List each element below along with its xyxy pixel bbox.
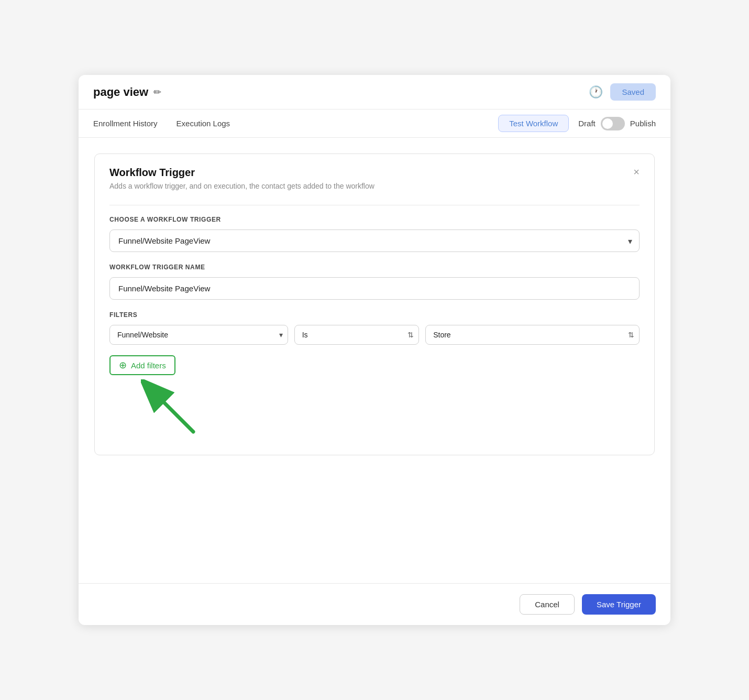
main-container: page view ✏ 🕐 Saved Enrollment History E… <box>79 75 670 625</box>
filter1-select[interactable]: Funnel/Website <box>109 325 288 345</box>
filters-label: FILTERS <box>109 311 640 319</box>
divider-1 <box>109 205 640 205</box>
svg-line-1 <box>151 390 193 432</box>
save-trigger-button[interactable]: Save Trigger <box>582 594 656 615</box>
add-filters-label: Add filters <box>131 361 166 370</box>
trigger-name-input[interactable] <box>109 277 640 300</box>
draft-label: Draft <box>578 119 596 128</box>
filter3-select[interactable]: Store <box>425 325 640 345</box>
filter3-wrapper: Store ⇅ <box>425 325 640 345</box>
draft-publish-group: Draft Publish <box>578 117 656 130</box>
content-area: Workflow Trigger × Adds a workflow trigg… <box>79 138 670 583</box>
draft-publish-toggle[interactable] <box>601 117 625 130</box>
history-icon[interactable]: 🕐 <box>589 85 603 99</box>
panel-header: Workflow Trigger × <box>109 167 640 179</box>
plus-icon: ⊕ <box>119 360 127 370</box>
nav-right: Test Workflow Draft Publish <box>498 115 656 132</box>
edit-icon[interactable]: ✏ <box>153 86 161 98</box>
page-title: page view <box>93 85 148 99</box>
trigger-select-wrapper: Funnel/Website PageView ▾ <box>109 229 640 252</box>
saved-button[interactable]: Saved <box>610 83 656 101</box>
nav-bar: Enrollment History Execution Logs Test W… <box>79 110 670 138</box>
filters-row: Funnel/Website ▾ Is ⇅ Store ⇅ <box>109 325 640 345</box>
header-left: page view ✏ <box>93 85 161 99</box>
workflow-trigger-panel: Workflow Trigger × Adds a workflow trigg… <box>94 154 655 455</box>
close-icon[interactable]: × <box>633 167 640 177</box>
filter2-select[interactable]: Is <box>294 325 419 345</box>
nav-left: Enrollment History Execution Logs <box>93 116 230 131</box>
filter2-wrapper: Is ⇅ <box>294 325 419 345</box>
publish-label: Publish <box>630 119 656 128</box>
green-arrow <box>141 379 204 439</box>
trigger-name-label: WORKFLOW TRIGGER NAME <box>109 264 640 271</box>
choose-trigger-label: CHOOSE A WORKFLOW TRIGGER <box>109 216 640 223</box>
header-right: 🕐 Saved <box>589 83 656 101</box>
arrow-annotation <box>109 379 640 442</box>
filter1-wrapper: Funnel/Website ▾ <box>109 325 288 345</box>
execution-logs-link[interactable]: Execution Logs <box>177 116 230 131</box>
top-header: page view ✏ 🕐 Saved <box>79 75 670 110</box>
trigger-select[interactable]: Funnel/Website PageView <box>109 229 640 252</box>
panel-title: Workflow Trigger <box>109 167 195 179</box>
enrollment-history-link[interactable]: Enrollment History <box>93 116 158 131</box>
cancel-button[interactable]: Cancel <box>520 594 575 615</box>
panel-subtitle: Adds a workflow trigger, and on executio… <box>109 182 640 190</box>
footer: Cancel Save Trigger <box>79 583 670 625</box>
add-filters-button[interactable]: ⊕ Add filters <box>109 355 175 375</box>
test-workflow-button[interactable]: Test Workflow <box>498 115 569 132</box>
